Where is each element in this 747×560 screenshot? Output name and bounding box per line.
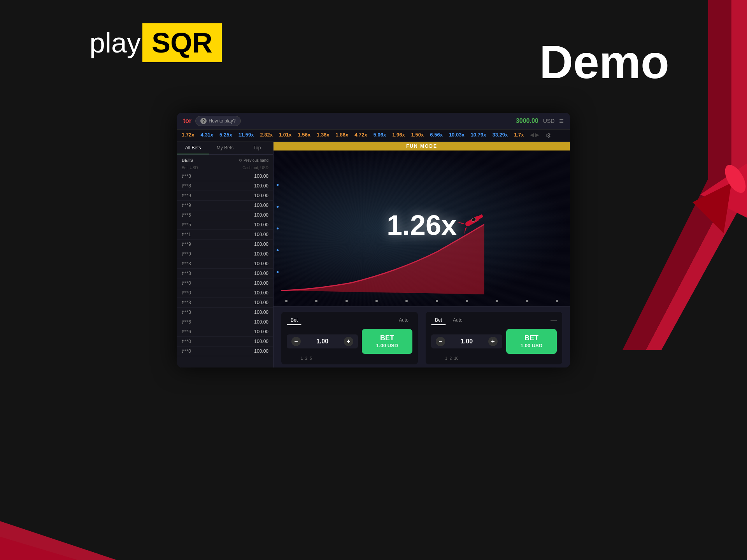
mult-item-5: 1.01x: [279, 132, 292, 139]
bet-amount: 100.00: [254, 339, 268, 344]
table-row: t***3100.00: [177, 298, 273, 308]
svg-marker-3: [462, 227, 469, 234]
bet-panel-2: Bet Auto — − 1.00 + BET: [426, 312, 562, 364]
top-bar-left: tor ? How to play?: [183, 116, 241, 126]
bet-button-1[interactable]: BET 1.00 USD: [362, 329, 412, 354]
bet-user: t***9: [182, 242, 191, 247]
logo-sqr-text: SQR: [152, 27, 212, 58]
mult-item-6: 1.56x: [298, 132, 311, 139]
stepper-minus-2[interactable]: −: [436, 337, 445, 346]
bet-tab-2[interactable]: Bet: [431, 316, 446, 325]
bet-amount: 100.00: [254, 173, 268, 179]
table-row: t***8100.00: [177, 181, 273, 191]
fun-mode-bar: FUN MODE: [274, 142, 570, 150]
bet-input-row-2: − 1.00 + BET 1.00 USD: [431, 329, 557, 354]
bet-amount: 100.00: [254, 348, 268, 354]
quick-amt-p2-1[interactable]: 1: [445, 356, 447, 360]
bet-user: t***0: [182, 280, 191, 286]
mult-item-12: 1.50x: [411, 132, 424, 139]
auto-tab-2[interactable]: Auto: [449, 316, 466, 325]
settings-icon[interactable]: ⚙: [545, 132, 551, 139]
game-curve-svg: [274, 193, 570, 294]
bets-sidebar: All Bets My Bets Top BETS ↻ Previous han…: [177, 142, 274, 368]
bet-button-2[interactable]: BET 1.00 USD: [506, 329, 557, 354]
bet-amount: 100.00: [254, 271, 268, 276]
table-row: t***8100.00: [177, 172, 273, 181]
auto-tab-1[interactable]: Auto: [395, 316, 412, 325]
canvas-area: 1.26x: [274, 150, 570, 306]
bet-amount: 100.00: [254, 183, 268, 189]
stepper-plus-1[interactable]: +: [344, 337, 353, 346]
quick-amt-1[interactable]: 1: [301, 356, 303, 360]
stepper-value-2: 1.00: [448, 338, 485, 345]
table-row: t***6100.00: [177, 327, 273, 337]
stepper-plus-2[interactable]: +: [488, 337, 498, 346]
mult-item-8: 1.86x: [336, 132, 349, 139]
mult-item-9: 4.72x: [354, 132, 367, 139]
tab-my-bets[interactable]: My Bets: [209, 142, 241, 154]
quick-amt-p2-2[interactable]: 2: [450, 356, 452, 360]
table-row: t***0100.00: [177, 346, 273, 356]
bets-column-headers: Bet, USD Cash out, USD: [177, 164, 273, 172]
mult-item-11: 1.96x: [392, 132, 405, 139]
bet-amount: 100.00: [254, 300, 268, 305]
mult-item-0: 1.72x: [182, 132, 195, 139]
prev-hand-button[interactable]: ↻ Previous hand: [239, 158, 268, 163]
quick-amt-p2-10[interactable]: 10: [454, 356, 458, 360]
bet-tab-1[interactable]: Bet: [287, 316, 302, 325]
bet-stepper-1: − 1.00 +: [287, 334, 358, 348]
bet-user: t***3: [182, 300, 191, 305]
bet-amount: 100.00: [254, 251, 268, 257]
col-bet-header: Bet, USD: [182, 166, 198, 170]
timeline-dot: [405, 300, 408, 302]
bet-button-amount-2: 1.00 USD: [516, 343, 547, 349]
timeline-dot: [285, 300, 288, 302]
quick-amt-2[interactable]: 2: [305, 356, 308, 360]
stepper-minus-1[interactable]: −: [291, 337, 301, 346]
bet-user: t***0: [182, 339, 191, 344]
quick-amounts-2: 1 2 10: [431, 356, 557, 360]
bet-user: t***6: [182, 319, 191, 325]
table-row: t***3100.00: [177, 259, 273, 269]
bets-tabs: All Bets My Bets Top: [177, 142, 273, 155]
bet-user: t***6: [182, 329, 191, 334]
top-bar: tor ? How to play? 3000.00 USD ≡: [177, 113, 570, 130]
red-decoration-bottom: [0, 482, 156, 560]
tab-all-bets[interactable]: All Bets: [177, 142, 209, 154]
timeline-dot: [496, 300, 498, 302]
quick-amt-5[interactable]: 5: [310, 356, 312, 360]
fun-mode-label: FUN MODE: [406, 144, 437, 149]
bet-user: t***9: [182, 251, 191, 257]
how-to-play-button[interactable]: ? How to play?: [195, 116, 240, 126]
tab-top[interactable]: Top: [241, 142, 273, 154]
bet-amount: 100.00: [254, 193, 268, 198]
timeline-dot: [345, 300, 348, 302]
table-row: t***6100.00: [177, 317, 273, 327]
bet-user: t***0: [182, 290, 191, 296]
menu-icon[interactable]: ≡: [559, 117, 564, 126]
demo-label: Demo: [540, 35, 669, 89]
mult-item-14: 10.03x: [449, 132, 465, 139]
left-dot: [277, 184, 279, 186]
game-wrapper: tor ? How to play? 3000.00 USD ≡ 1.72x 4…: [0, 113, 747, 368]
bet-stepper-2: − 1.00 +: [431, 334, 502, 348]
ticker-nav-right[interactable]: ◀ ▶: [530, 132, 539, 139]
bet-amount: 100.00: [254, 232, 268, 237]
how-to-play-label: How to play?: [209, 118, 235, 124]
bet-user: t***9: [182, 203, 191, 208]
mult-item-7: 1.36x: [317, 132, 330, 139]
bet-user: t***0: [182, 348, 191, 354]
bet-controls: Bet Auto − 1.00 + BET 1.00 USD: [274, 306, 570, 368]
balance-currency: USD: [543, 118, 555, 124]
bet-button-label-1: BET: [371, 334, 403, 343]
balance-amount: 3000.00: [516, 117, 538, 124]
bet-user: t***3: [182, 261, 191, 266]
game-canvas: FUN MODE 1.26x: [274, 142, 570, 368]
mult-item-15: 10.79x: [471, 132, 486, 139]
mult-item-10: 5.06x: [374, 132, 386, 139]
bet-amount: 100.00: [254, 242, 268, 247]
bets-header: BETS ↻ Previous hand: [177, 155, 273, 164]
timeline-dot: [466, 300, 468, 302]
logo-container: play SQR: [89, 23, 222, 62]
prev-hand-label: Previous hand: [244, 158, 268, 163]
